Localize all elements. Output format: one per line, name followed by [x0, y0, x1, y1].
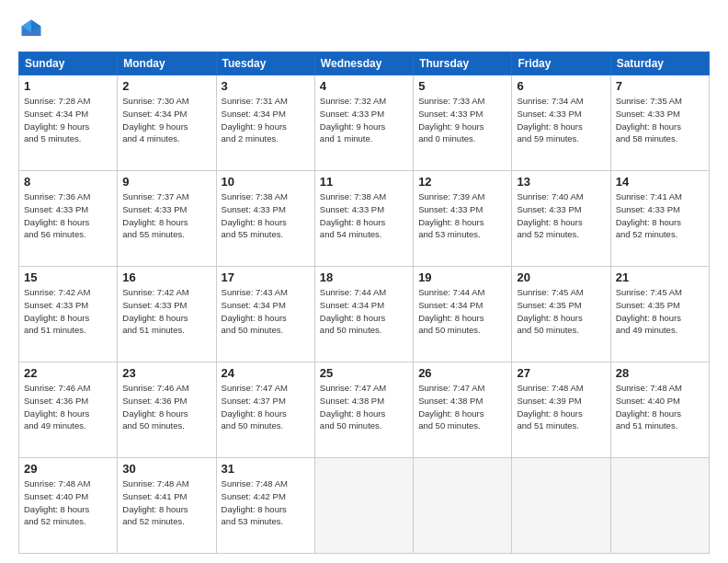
- calendar-day-cell: 20Sunrise: 7:45 AM Sunset: 4:35 PM Dayli…: [512, 267, 610, 362]
- calendar-day-cell: 11Sunrise: 7:38 AM Sunset: 4:33 PM Dayli…: [314, 171, 413, 267]
- calendar-week-row: 15Sunrise: 7:42 AM Sunset: 4:33 PM Dayli…: [19, 267, 710, 362]
- calendar-week-row: 22Sunrise: 7:46 AM Sunset: 4:36 PM Dayli…: [19, 362, 710, 458]
- day-info: Sunrise: 7:38 AM Sunset: 4:33 PM Dayligh…: [320, 190, 408, 241]
- calendar-day-cell: 16Sunrise: 7:42 AM Sunset: 4:33 PM Dayli…: [118, 267, 216, 362]
- calendar-day-cell: 29Sunrise: 7:48 AM Sunset: 4:40 PM Dayli…: [19, 458, 118, 554]
- day-info: Sunrise: 7:42 AM Sunset: 4:33 PM Dayligh…: [122, 286, 210, 337]
- day-number: 27: [517, 366, 605, 380]
- day-info: Sunrise: 7:41 AM Sunset: 4:33 PM Dayligh…: [616, 190, 704, 241]
- calendar-day-cell: 17Sunrise: 7:43 AM Sunset: 4:34 PM Dayli…: [216, 267, 314, 362]
- day-info: Sunrise: 7:47 AM Sunset: 4:37 PM Dayligh…: [222, 382, 310, 432]
- calendar-week-row: 1Sunrise: 7:28 AM Sunset: 4:34 PM Daylig…: [19, 75, 710, 171]
- calendar-day-cell: 18Sunrise: 7:44 AM Sunset: 4:34 PM Dayli…: [314, 267, 413, 362]
- day-number: 5: [418, 79, 506, 93]
- day-info: Sunrise: 7:46 AM Sunset: 4:36 PM Dayligh…: [24, 382, 112, 432]
- day-info: Sunrise: 7:36 AM Sunset: 4:33 PM Dayligh…: [24, 190, 112, 241]
- day-number: 22: [24, 366, 112, 380]
- day-info: Sunrise: 7:48 AM Sunset: 4:42 PM Dayligh…: [222, 477, 310, 528]
- day-number: 13: [517, 175, 605, 189]
- day-info: Sunrise: 7:35 AM Sunset: 4:33 PM Dayligh…: [616, 95, 704, 145]
- calendar-day-cell: [314, 458, 413, 554]
- day-number: 7: [616, 79, 704, 93]
- day-number: 1: [24, 79, 112, 93]
- day-number: 15: [24, 270, 112, 284]
- calendar-day-cell: 22Sunrise: 7:46 AM Sunset: 4:36 PM Dayli…: [19, 362, 118, 458]
- day-info: Sunrise: 7:37 AM Sunset: 4:33 PM Dayligh…: [122, 190, 210, 241]
- calendar-day-cell: 6Sunrise: 7:34 AM Sunset: 4:33 PM Daylig…: [512, 75, 610, 171]
- calendar-day-cell: 21Sunrise: 7:45 AM Sunset: 4:35 PM Dayli…: [610, 267, 709, 362]
- day-number: 16: [122, 270, 210, 284]
- day-number: 20: [517, 270, 605, 284]
- day-info: Sunrise: 7:45 AM Sunset: 4:35 PM Dayligh…: [616, 286, 704, 337]
- calendar-day-cell: 24Sunrise: 7:47 AM Sunset: 4:37 PM Dayli…: [216, 362, 314, 458]
- calendar-day-cell: 31Sunrise: 7:48 AM Sunset: 4:42 PM Dayli…: [216, 458, 314, 554]
- day-number: 14: [616, 175, 704, 189]
- calendar-day-cell: 23Sunrise: 7:46 AM Sunset: 4:36 PM Dayli…: [118, 362, 216, 458]
- calendar-day-cell: 14Sunrise: 7:41 AM Sunset: 4:33 PM Dayli…: [610, 171, 709, 267]
- day-info: Sunrise: 7:47 AM Sunset: 4:38 PM Dayligh…: [418, 382, 506, 432]
- calendar-day-cell: 15Sunrise: 7:42 AM Sunset: 4:33 PM Dayli…: [19, 267, 118, 362]
- day-of-week-header: Wednesday: [314, 52, 413, 75]
- day-number: 19: [418, 270, 506, 284]
- calendar-day-cell: 7Sunrise: 7:35 AM Sunset: 4:33 PM Daylig…: [610, 75, 709, 171]
- day-info: Sunrise: 7:44 AM Sunset: 4:34 PM Dayligh…: [418, 286, 506, 337]
- logo-icon: [18, 17, 44, 42]
- day-info: Sunrise: 7:48 AM Sunset: 4:39 PM Dayligh…: [517, 382, 605, 432]
- calendar-day-cell: 25Sunrise: 7:47 AM Sunset: 4:38 PM Dayli…: [314, 362, 413, 458]
- logo: [18, 17, 48, 42]
- day-info: Sunrise: 7:39 AM Sunset: 4:33 PM Dayligh…: [418, 190, 506, 241]
- calendar-day-cell: 3Sunrise: 7:31 AM Sunset: 4:34 PM Daylig…: [216, 75, 314, 171]
- calendar-day-cell: 12Sunrise: 7:39 AM Sunset: 4:33 PM Dayli…: [414, 171, 512, 267]
- calendar-day-cell: 1Sunrise: 7:28 AM Sunset: 4:34 PM Daylig…: [19, 75, 118, 171]
- calendar-body: 1Sunrise: 7:28 AM Sunset: 4:34 PM Daylig…: [19, 75, 710, 554]
- day-info: Sunrise: 7:48 AM Sunset: 4:41 PM Dayligh…: [122, 477, 210, 528]
- calendar-week-row: 29Sunrise: 7:48 AM Sunset: 4:40 PM Dayli…: [19, 458, 710, 554]
- day-number: 24: [222, 366, 310, 380]
- day-number: 30: [122, 462, 210, 476]
- day-info: Sunrise: 7:48 AM Sunset: 4:40 PM Dayligh…: [616, 382, 704, 432]
- day-of-week-header: Tuesday: [216, 52, 314, 75]
- day-number: 18: [320, 270, 408, 284]
- calendar-day-cell: [512, 458, 610, 554]
- day-info: Sunrise: 7:40 AM Sunset: 4:33 PM Dayligh…: [517, 190, 605, 241]
- calendar-day-cell: 8Sunrise: 7:36 AM Sunset: 4:33 PM Daylig…: [19, 171, 118, 267]
- day-info: Sunrise: 7:43 AM Sunset: 4:34 PM Dayligh…: [222, 286, 310, 337]
- day-of-week-header: Monday: [118, 52, 216, 75]
- calendar-day-cell: 9Sunrise: 7:37 AM Sunset: 4:33 PM Daylig…: [118, 171, 216, 267]
- day-info: Sunrise: 7:32 AM Sunset: 4:33 PM Dayligh…: [320, 95, 408, 145]
- day-info: Sunrise: 7:38 AM Sunset: 4:33 PM Dayligh…: [222, 190, 310, 241]
- day-of-week-header: Thursday: [414, 52, 512, 75]
- calendar-header: SundayMondayTuesdayWednesdayThursdayFrid…: [19, 52, 710, 75]
- day-number: 8: [24, 175, 112, 189]
- day-number: 28: [616, 366, 704, 380]
- day-info: Sunrise: 7:42 AM Sunset: 4:33 PM Dayligh…: [24, 286, 112, 337]
- day-number: 10: [222, 175, 310, 189]
- day-number: 6: [517, 79, 605, 93]
- day-info: Sunrise: 7:45 AM Sunset: 4:35 PM Dayligh…: [517, 286, 605, 337]
- day-info: Sunrise: 7:47 AM Sunset: 4:38 PM Dayligh…: [320, 382, 408, 432]
- day-info: Sunrise: 7:44 AM Sunset: 4:34 PM Dayligh…: [320, 286, 408, 337]
- day-number: 25: [320, 366, 408, 380]
- day-number: 31: [222, 462, 310, 476]
- page: SundayMondayTuesdayWednesdayThursdayFrid…: [0, 0, 728, 563]
- day-info: Sunrise: 7:31 AM Sunset: 4:34 PM Dayligh…: [222, 95, 310, 145]
- day-number: 26: [418, 366, 506, 380]
- calendar-day-cell: [414, 458, 512, 554]
- day-info: Sunrise: 7:28 AM Sunset: 4:34 PM Dayligh…: [24, 95, 112, 145]
- day-info: Sunrise: 7:46 AM Sunset: 4:36 PM Dayligh…: [122, 382, 210, 432]
- day-info: Sunrise: 7:30 AM Sunset: 4:34 PM Dayligh…: [122, 95, 210, 145]
- day-of-week-header: Saturday: [610, 52, 709, 75]
- calendar-day-cell: 5Sunrise: 7:33 AM Sunset: 4:33 PM Daylig…: [414, 75, 512, 171]
- day-number: 2: [122, 79, 210, 93]
- day-number: 21: [616, 270, 704, 284]
- day-number: 17: [222, 270, 310, 284]
- day-number: 23: [122, 366, 210, 380]
- calendar-day-cell: 4Sunrise: 7:32 AM Sunset: 4:33 PM Daylig…: [314, 75, 413, 171]
- calendar-day-cell: 30Sunrise: 7:48 AM Sunset: 4:41 PM Dayli…: [118, 458, 216, 554]
- day-of-week-header: Sunday: [19, 52, 118, 75]
- calendar-day-cell: 27Sunrise: 7:48 AM Sunset: 4:39 PM Dayli…: [512, 362, 610, 458]
- calendar-day-cell: 10Sunrise: 7:38 AM Sunset: 4:33 PM Dayli…: [216, 171, 314, 267]
- calendar-day-cell: 19Sunrise: 7:44 AM Sunset: 4:34 PM Dayli…: [414, 267, 512, 362]
- day-info: Sunrise: 7:48 AM Sunset: 4:40 PM Dayligh…: [24, 477, 112, 528]
- calendar-day-cell: [610, 458, 709, 554]
